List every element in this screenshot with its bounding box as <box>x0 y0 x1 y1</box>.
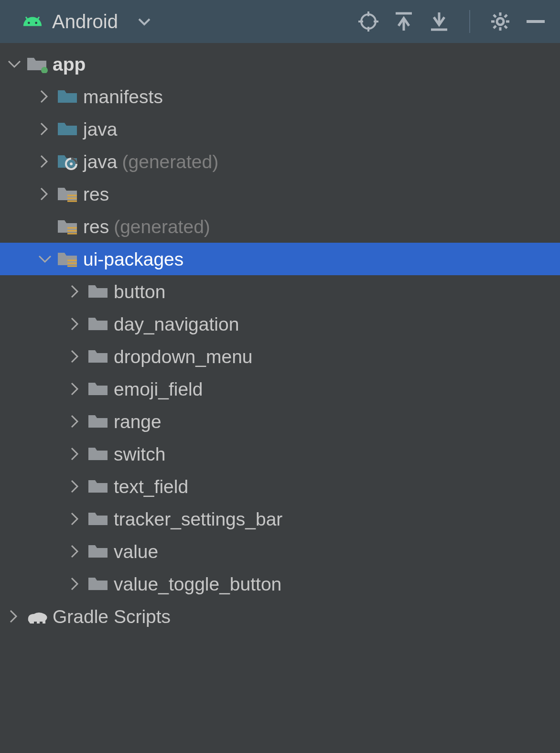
folder-icon <box>86 347 111 366</box>
chevron-right-icon[interactable] <box>65 415 86 428</box>
tree-label: app <box>50 55 86 74</box>
tree-label: text_field <box>111 477 188 496</box>
project-tree: app manifests java java (generated) res … <box>0 43 560 633</box>
tree-label: emoji_field <box>111 380 203 398</box>
chevron-right-icon[interactable] <box>65 285 86 298</box>
tree-node-tracker-settings-bar[interactable]: tracker_settings_bar <box>0 503 560 535</box>
tree-label: tracker_settings_bar <box>111 510 282 528</box>
tree-node-ui-packages[interactable]: ui-packages <box>0 243 560 275</box>
tree-node-res[interactable]: res <box>0 178 560 210</box>
tree-node-text-field[interactable]: text_field <box>0 470 560 503</box>
tree-suffix: (generated) <box>109 217 210 236</box>
chevron-right-icon[interactable] <box>34 122 55 136</box>
generated-folder-icon <box>55 152 80 171</box>
folder-icon <box>86 282 111 301</box>
settings-button[interactable] <box>490 11 510 32</box>
dropdown-chevron-icon <box>138 17 151 26</box>
chevron-right-icon[interactable] <box>65 577 86 591</box>
tree-label: button <box>111 282 165 301</box>
tree-label: value <box>111 542 158 561</box>
tree-node-manifests[interactable]: manifests <box>0 80 560 113</box>
tree-label: manifests <box>80 87 163 106</box>
tree-label: value_toggle_button <box>111 575 281 593</box>
chevron-right-icon[interactable] <box>65 545 86 558</box>
tree-node-dropdown-menu[interactable]: dropdown_menu <box>0 340 560 373</box>
tree-label: Gradle Scripts <box>50 607 171 626</box>
resource-folder-icon <box>55 185 80 203</box>
hide-panel-button[interactable] <box>526 11 546 32</box>
folder-icon <box>86 510 111 528</box>
tree-node-emoji-field[interactable]: emoji_field <box>0 373 560 405</box>
expand-all-button[interactable] <box>394 11 414 32</box>
tree-label: ui-packages <box>80 250 183 269</box>
chevron-right-icon[interactable] <box>65 382 86 396</box>
folder-icon <box>86 380 111 398</box>
tree-node-res-generated[interactable]: res (generated) <box>0 210 560 243</box>
chevron-right-icon[interactable] <box>34 90 55 103</box>
chevron-right-icon[interactable] <box>65 350 86 363</box>
tree-node-gradle-scripts[interactable]: Gradle Scripts <box>0 600 560 633</box>
folder-icon <box>55 87 80 106</box>
tree-label: res <box>80 217 109 236</box>
tree-label: switch <box>111 445 165 463</box>
view-label: Android <box>52 11 118 32</box>
tree-label: dropdown_menu <box>111 347 253 366</box>
tree-node-java[interactable]: java <box>0 113 560 145</box>
toolbar-divider <box>469 10 470 33</box>
collapse-all-button[interactable] <box>429 11 449 32</box>
tree-node-range[interactable]: range <box>0 405 560 438</box>
tree-label: java <box>80 120 118 139</box>
chevron-right-icon[interactable] <box>4 610 25 623</box>
project-toolbar: Android <box>0 0 560 43</box>
folder-icon <box>86 315 111 333</box>
chevron-right-icon[interactable] <box>34 155 55 168</box>
tree-label: res <box>80 185 109 204</box>
chevron-right-icon[interactable] <box>65 480 86 493</box>
tree-suffix: (generated) <box>118 152 219 171</box>
folder-icon <box>86 542 111 560</box>
tree-label: java <box>80 152 118 171</box>
chevron-right-icon[interactable] <box>34 187 55 201</box>
module-folder-icon <box>25 55 50 73</box>
android-icon <box>22 15 43 28</box>
resource-folder-icon <box>55 217 80 236</box>
folder-icon <box>86 412 111 430</box>
view-selector[interactable]: Android <box>22 11 353 32</box>
resource-folder-icon <box>55 250 80 268</box>
tree-node-day-navigation[interactable]: day_navigation <box>0 308 560 340</box>
tree-label: day_navigation <box>111 315 239 333</box>
gradle-icon <box>25 607 50 625</box>
folder-icon <box>86 445 111 463</box>
tree-node-value-toggle-button[interactable]: value_toggle_button <box>0 568 560 600</box>
tree-node-switch[interactable]: switch <box>0 438 560 470</box>
select-opened-file-button[interactable] <box>358 11 378 32</box>
chevron-right-icon[interactable] <box>65 317 86 331</box>
folder-icon <box>55 120 80 138</box>
tree-label: range <box>111 412 162 431</box>
chevron-down-icon[interactable] <box>4 57 25 71</box>
folder-icon <box>86 477 111 495</box>
tree-node-java-generated[interactable]: java (generated) <box>0 145 560 178</box>
tree-node-button[interactable]: button <box>0 275 560 308</box>
chevron-down-icon[interactable] <box>34 252 55 266</box>
tree-node-app[interactable]: app <box>0 48 560 80</box>
folder-icon <box>86 575 111 593</box>
tree-node-value[interactable]: value <box>0 535 560 568</box>
chevron-right-icon[interactable] <box>65 512 86 526</box>
chevron-right-icon[interactable] <box>65 447 86 461</box>
